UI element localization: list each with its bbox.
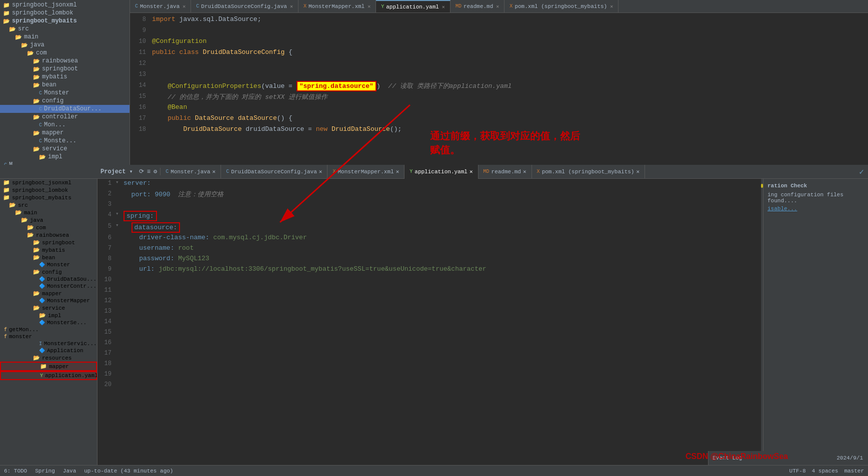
sidebar-item-config[interactable]: 📂 config xyxy=(0,268,97,276)
tab-readme[interactable]: MD readme.md ✕ xyxy=(450,0,504,13)
sidebar-jsonxml[interactable]: 📁 springboot_jsonxml xyxy=(0,1,130,9)
sidebar-item-application[interactable]: 🔷 Application xyxy=(0,347,97,354)
sidebar-java[interactable]: 📂 java xyxy=(0,41,130,49)
status-right: UTF-8 4 spaces master xyxy=(790,468,864,474)
sidebar-m-bg[interactable]: C M xyxy=(0,161,130,165)
lower-tab-pom[interactable]: X pom.xml (springboot_mybaits) ✕ xyxy=(532,165,645,179)
yaml-line-4: 4 ▾ spring: xyxy=(98,210,763,222)
settings-icon[interactable]: ⚙ xyxy=(154,168,157,175)
sidebar-monster-bg[interactable]: C Monster xyxy=(0,89,130,97)
tab-monster[interactable]: C Monster.java ✕ xyxy=(130,0,191,13)
yaml-line-5: 5 ▾ datasource: xyxy=(98,222,763,233)
sidebar-item-resources[interactable]: 📂 resources xyxy=(0,354,97,362)
sidebar-impl-bg[interactable]: 📂 impl xyxy=(0,153,130,161)
close-icon[interactable]: ✕ xyxy=(182,3,186,9)
close-icon[interactable]: ✕ xyxy=(636,168,640,175)
lower-tab-readme[interactable]: MD readme.md ✕ xyxy=(478,165,532,179)
sidebar-item-mapper-res[interactable]: 📁 mapper xyxy=(0,362,97,371)
close-icon[interactable]: ✕ xyxy=(470,168,473,175)
close-icon[interactable]: ✕ xyxy=(212,168,216,175)
sidebar-item-main[interactable]: 📂 main xyxy=(0,209,97,216)
code-line-13: 13 xyxy=(130,70,868,81)
lower-tab-monster[interactable]: C Monster.java ✕ xyxy=(160,165,221,179)
sidebar-item-lombok[interactable]: 📁 springboot_lombok xyxy=(0,186,97,194)
sidebar-springboot2[interactable]: 📂 springboot xyxy=(0,65,130,73)
close-icon[interactable]: ✕ xyxy=(523,168,526,175)
tab-mapper-xml[interactable]: X MonsterMapper.xml ✕ xyxy=(298,0,376,13)
sidebar-monste-mapper-bg[interactable]: C Monste... xyxy=(0,137,130,145)
code-line-11: 11 public class DruidDataSourceConfig { xyxy=(130,48,868,59)
yaml-line-16: 16 xyxy=(98,338,763,349)
close-icon[interactable]: ✕ xyxy=(290,3,293,9)
sidebar-item-monster-svc[interactable]: 🔷 MonsterSe... xyxy=(0,319,97,326)
code-line-8: 8 import javax.sql.DataSource; xyxy=(130,15,868,26)
code-line-15: 15 // 的信息，并为下面的 对应的 setXX 进行赋值操作 xyxy=(130,92,868,103)
close-icon[interactable]: ✕ xyxy=(610,3,613,9)
sidebar-item-service[interactable]: 📂 service xyxy=(0,304,97,312)
close-icon[interactable]: ✕ xyxy=(496,3,499,9)
tab-pom[interactable]: X pom.xml (springboot_mybaits) ✕ xyxy=(504,0,618,13)
collapse-icon[interactable]: ≡ xyxy=(147,168,150,175)
sidebar-item-druid-class[interactable]: 🔷 DruidDataSou... xyxy=(0,276,97,283)
lower-tab-mapper-xml[interactable]: X MonsterMapper.xml ✕ xyxy=(328,165,404,179)
sidebar-item-jsonxml[interactable]: 📁 springboot_jsonxml xyxy=(0,179,97,186)
tab-druid[interactable]: C DruidDataSourceConfig.java ✕ xyxy=(191,0,298,13)
tab-yaml[interactable]: Y application.yaml ✕ xyxy=(376,0,450,13)
close-icon[interactable]: ✕ xyxy=(396,168,400,175)
status-java[interactable]: Java xyxy=(63,468,76,474)
checkmark-icon[interactable]: ✓ xyxy=(859,168,864,177)
status-spring[interactable]: Spring xyxy=(35,468,55,474)
sidebar-item-rainbowsea[interactable]: 📂 rainbowsea xyxy=(0,231,97,239)
sidebar-item-getmon[interactable]: f getMon... xyxy=(0,326,97,333)
sidebar-config-bg[interactable]: 📂 config xyxy=(0,97,130,105)
sidebar-item-monster-mapper[interactable]: 🔷 MonsterMapper xyxy=(0,297,97,304)
lower-tab-yaml[interactable]: Y application.yaml ✕ xyxy=(404,165,478,179)
sidebar-item-bean[interactable]: 📂 bean xyxy=(0,254,97,261)
right-panel-link[interactable]: isable... xyxy=(768,206,864,212)
sidebar-item-com[interactable]: 📂 com xyxy=(0,224,97,231)
sidebar-item-impl[interactable]: 📂 impl xyxy=(0,312,97,319)
sidebar-mybaits[interactable]: 📂 springboot_mybaits xyxy=(0,17,130,25)
code-line-17: 17 public DataSource dataSource() { xyxy=(130,114,868,125)
sidebar-rainbowsea[interactable]: 📂 rainbowsea xyxy=(0,57,130,65)
tabs-bar: C Monster.java ✕ C DruidDataSourceConfig… xyxy=(130,0,868,13)
sidebar-mybatis2[interactable]: 📂 mybatis xyxy=(0,73,130,81)
chinese-annotation: 通过前缀，获取到对应的值，然后 赋值。 xyxy=(430,129,580,157)
sidebar-main[interactable]: 📂 main xyxy=(0,33,130,41)
sidebar-mon-ctrl-bg[interactable]: C Mon... xyxy=(0,121,130,129)
sidebar-src[interactable]: 📂 src xyxy=(0,25,130,33)
yaml-line-13: 13 xyxy=(98,307,763,317)
close-icon[interactable]: ✕ xyxy=(319,168,322,175)
sidebar-bean[interactable]: 📂 bean xyxy=(0,81,130,89)
sidebar-lombok[interactable]: 📁 springboot_lombok xyxy=(0,9,130,17)
sidebar-item-java[interactable]: 📂 java xyxy=(0,216,97,224)
sidebar-item-appyaml[interactable]: Y application.yaml xyxy=(0,371,97,380)
close-icon[interactable]: ✕ xyxy=(442,4,445,10)
yaml-line-17: 17 xyxy=(98,349,763,359)
yaml-line-15: 15 xyxy=(98,328,763,338)
status-todo[interactable]: 6: TODO xyxy=(4,468,27,474)
sidebar-mapper-bg[interactable]: 📂 mapper xyxy=(0,129,130,137)
sync-icon[interactable]: ⟳ xyxy=(139,168,144,175)
sidebar-service-bg[interactable]: 📂 service xyxy=(0,145,130,153)
sidebar-item-mybaits-root[interactable]: 📁 springboot_mybaits xyxy=(0,194,97,201)
close-icon[interactable]: ✕ xyxy=(368,3,370,9)
sidebar-item-mybatis[interactable]: 📂 mybatis xyxy=(0,246,97,254)
right-panel-title: ration Check xyxy=(768,183,864,189)
sidebar-controller-bg[interactable]: 📂 controller xyxy=(0,113,130,121)
yaml-line-12: 12 xyxy=(98,296,763,307)
lower-sidebar: 📁 springboot_jsonxml 📁 springboot_lombok… xyxy=(0,179,98,476)
sidebar-item-src[interactable]: 📂 src xyxy=(0,201,97,209)
sidebar-item-monster-fn[interactable]: f monster xyxy=(0,333,97,340)
sidebar-druid-selected[interactable]: C DruidDataSour... xyxy=(0,105,130,113)
yaml-editor[interactable]: 1 ▾ server: 2 port: 9090 注意：使用空格 3 4 ▾ s… xyxy=(98,179,763,476)
sidebar-item-mapper[interactable]: 📂 mapper xyxy=(0,290,97,297)
sidebar-item-monster-interface[interactable]: I MonsterServic... xyxy=(0,340,97,347)
sidebar-item-monster-class[interactable]: 🔷 Monster xyxy=(0,261,97,268)
sidebar-tree: 📁 springboot_jsonxml 📁 springboot_lombok… xyxy=(0,0,130,165)
lower-tab-druid[interactable]: C DruidDataSourceConfig.java ✕ xyxy=(221,165,328,179)
sidebar-com[interactable]: 📂 com xyxy=(0,49,130,57)
sidebar-item-springboot[interactable]: 📂 springboot xyxy=(0,239,97,246)
yaml-line-3: 3 xyxy=(98,200,763,210)
sidebar-item-monster-ctrl[interactable]: 🔷 MonsterContr... xyxy=(0,283,97,290)
